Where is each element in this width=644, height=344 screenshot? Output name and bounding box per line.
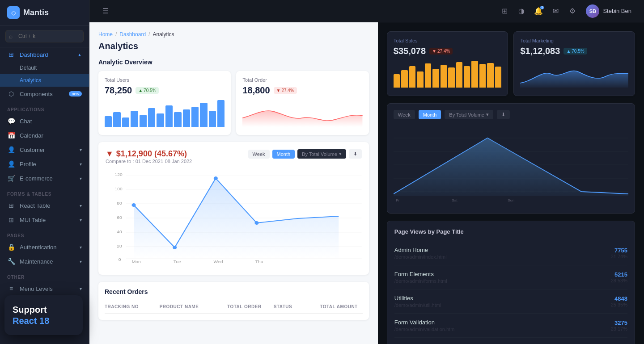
section-applications: Applications: [0, 101, 89, 114]
th-product: PRODUCT NAME: [160, 304, 224, 309]
menu-levels-label: Menu Levels: [20, 285, 53, 292]
dark-chart-svg: Fri Sat Sun: [394, 125, 628, 205]
svg-text:Wed: Wed: [214, 260, 223, 263]
stat-value-marketing: $1,12,083: [520, 46, 560, 56]
income-compare: Compare to : 01 Dec 2021-08 Jan 2022: [106, 159, 192, 164]
notification-button[interactable]: 🔔 1: [531, 4, 546, 18]
income-header-left: ▼ $1,12,900 (45.67%) Compare to : 01 Dec…: [106, 149, 192, 164]
search-input[interactable]: [5, 30, 84, 42]
sidebar: ◇ Mantis ⊞ Dashboard ▲ Default Analytics…: [0, 0, 89, 344]
breadcrumb-dashboard[interactable]: Dashboard: [119, 31, 146, 38]
apps-button[interactable]: ⊞: [497, 4, 512, 18]
svg-point-21: [254, 221, 258, 225]
stat-value-row-order: 18,800 ▼ 27.4%: [242, 85, 362, 96]
page-view-item-0: Admin Home /demo/admin/index.html 7755 3…: [394, 241, 627, 265]
theme-button[interactable]: ◑: [514, 4, 529, 18]
logo[interactable]: ◇ Mantis: [0, 0, 89, 25]
table-header: TRACKING NO PRODUCT NAME TOTAL ORDER STA…: [105, 301, 363, 314]
page-view-item-2: Utilities /demo/admin/util.html 4848 25.…: [394, 289, 627, 314]
menu-levels-arrow: ▾: [80, 286, 82, 291]
dark-dropdown-arrow-icon: ▾: [486, 112, 489, 117]
section-other: Other: [0, 268, 89, 281]
svg-text:0: 0: [119, 257, 121, 262]
support-popup[interactable]: Support React 18: [4, 295, 83, 335]
mui-table-label: MUI Table: [20, 217, 46, 223]
avatar: SB: [586, 4, 599, 18]
stat-value-sales: $35,078: [394, 46, 426, 56]
breadcrumb-sep-1: /: [115, 31, 117, 38]
settings-button[interactable]: ⚙: [565, 4, 580, 18]
svg-point-19: [173, 246, 177, 249]
sidebar-item-ecommerce[interactable]: 🛒 E-commerce ▾: [0, 171, 89, 185]
sidebar-sub-default[interactable]: Default: [0, 62, 89, 74]
income-amount: ▼ $1,12,900 (45.67%): [106, 149, 192, 159]
sidebar-item-authentication[interactable]: 🔒 Authentication ▾: [0, 240, 89, 254]
calendar-icon: 📅: [7, 132, 15, 139]
stat-value-order: 18,800: [242, 85, 270, 96]
ecommerce-label: E-commerce: [20, 175, 53, 182]
stat-value-row-users: 78,250 ▲ 70.5%: [105, 85, 225, 96]
download-button[interactable]: ⬇: [349, 149, 362, 159]
section-pages: Pages: [0, 227, 89, 240]
mail-button[interactable]: ✉: [548, 4, 563, 18]
dark-volume-dropdown[interactable]: By Total Volume ▾: [445, 110, 493, 119]
components-label: Components: [20, 91, 53, 97]
svg-text:Sat: Sat: [452, 198, 458, 202]
sidebar-item-chat[interactable]: 💬 Chat: [0, 114, 89, 128]
svg-text:Tue: Tue: [174, 260, 181, 263]
page-title: Analytics: [98, 41, 369, 51]
sidebar-item-react-table[interactable]: ⊞ React Table ▾: [0, 198, 89, 213]
dark-week-button[interactable]: Week: [394, 110, 415, 119]
stat-card-sales: Total Sales $35,078 ▼ 27.4%: [387, 31, 508, 96]
sidebar-item-profile[interactable]: 👤 Profile ▾: [0, 157, 89, 171]
marketing-area-chart: [520, 61, 628, 88]
auth-label: Authentication: [20, 244, 56, 251]
section-forms-tables: Forms & Tables: [0, 185, 89, 198]
breadcrumb-home[interactable]: Home: [98, 31, 113, 38]
th-tracking: TRACKING NO: [105, 304, 156, 309]
topbar-right: ⊞ ◑ 🔔 1 ✉ ⚙ SB Stebin Ben: [497, 3, 635, 20]
income-chart-svg: 120 100 80 60 40 20 0: [106, 169, 362, 263]
sidebar-item-maintenance[interactable]: 🔧 Maintenance ▾: [0, 254, 89, 268]
stat-card-order: Total Order 18,800 ▼ 27.4%: [236, 71, 369, 135]
order-area-chart: [242, 100, 362, 127]
dark-month-button[interactable]: Month: [419, 110, 441, 119]
customer-icon: 👤: [7, 146, 15, 153]
hamburger-button[interactable]: ☰: [98, 4, 113, 18]
react-table-arrow: ▾: [80, 203, 82, 208]
ecommerce-arrow: ▾: [80, 176, 82, 181]
th-status: STATUS: [274, 304, 317, 309]
dark-download-button[interactable]: ⬇: [497, 110, 510, 119]
page-views-list: Admin Home /demo/admin/index.html 7755 3…: [394, 241, 627, 344]
sidebar-item-dashboard[interactable]: ⊞ Dashboard ▲: [0, 47, 89, 62]
profile-arrow: ▾: [80, 162, 82, 167]
support-subtitle: React 18: [13, 316, 75, 326]
sidebar-item-components[interactable]: ⬡ Components new: [0, 87, 89, 101]
logo-icon: ◇: [7, 6, 20, 19]
month-button[interactable]: Month: [272, 150, 295, 159]
stat-label-order: Total Order: [242, 77, 362, 83]
stat-value-row-marketing: $1,12,083 ▲ 70.5%: [520, 46, 628, 56]
page-view-item-1: Form Elements /demo/admin/forms.html 521…: [394, 265, 627, 289]
th-total-amount: TOTAL AMOUNT: [320, 304, 363, 309]
sidebar-sub-analytics[interactable]: Analytics: [0, 74, 89, 87]
customer-arrow: ▾: [80, 147, 82, 152]
profile-icon: 👤: [7, 160, 15, 168]
sidebar-item-menu-levels[interactable]: ≡ Menu Levels ▾: [0, 281, 89, 296]
maintenance-arrow: ▾: [80, 259, 82, 264]
svg-point-18: [131, 203, 136, 207]
week-button[interactable]: Week: [248, 150, 270, 159]
page-views-title: Page Views by Page Title: [394, 228, 627, 235]
sidebar-item-calendar[interactable]: 📅 Calendar: [0, 128, 89, 143]
svg-text:20: 20: [117, 244, 122, 248]
volume-dropdown[interactable]: By Total Volume ▾: [297, 149, 346, 159]
sidebar-item-mui-table[interactable]: ⊞ MUI Table ▾: [0, 213, 89, 227]
content-left: Home / Dashboard / Analytics Analytics A…: [89, 22, 378, 344]
stat-label-marketing: Total Marketing: [520, 38, 628, 43]
svg-text:Thu: Thu: [255, 260, 263, 263]
th-total-order: TOTAL ORDER: [227, 304, 270, 309]
user-menu[interactable]: SB Stebin Ben: [582, 3, 635, 20]
sidebar-item-customer[interactable]: 👤 Customer ▾: [0, 143, 89, 157]
dark-income-chart: Week Month By Total Volume ▾ ⬇: [387, 103, 635, 214]
stat-badge-sales: ▼ 27.4%: [429, 48, 453, 55]
